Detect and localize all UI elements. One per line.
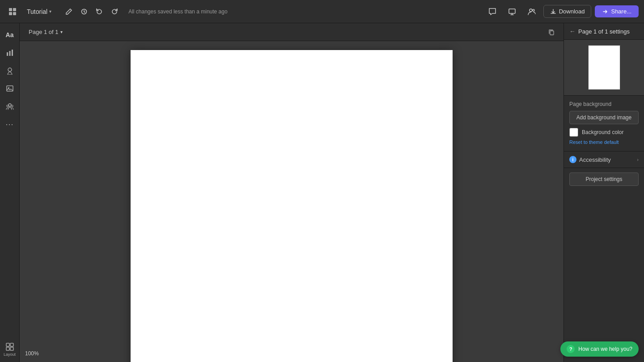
- canvas-area: Page 1 of 1 ▾ 100%: [20, 23, 564, 362]
- page-preview-container: [564, 40, 644, 96]
- svg-point-6: [530, 9, 532, 12]
- accessibility-row[interactable]: i Accessibility ›: [564, 152, 644, 168]
- zoom-indicator: 100%: [25, 350, 39, 357]
- svg-point-16: [11, 105, 13, 107]
- sidebar-bottom: Layout: [4, 342, 16, 358]
- svg-rect-17: [6, 343, 9, 346]
- svg-rect-3: [13, 12, 16, 15]
- layout-label: Layout: [4, 352, 16, 357]
- svg-rect-10: [12, 50, 13, 56]
- panel-back-button[interactable]: ←: [569, 28, 576, 35]
- add-background-image-button[interactable]: Add background image: [569, 111, 639, 124]
- background-color-row: Background color: [569, 128, 639, 137]
- page-toolbar: Page 1 of 1 ▾: [20, 23, 564, 41]
- accessibility-icon: i: [569, 156, 576, 163]
- svg-rect-0: [9, 8, 12, 11]
- sidebar-item-maps[interactable]: [2, 63, 18, 79]
- svg-point-11: [8, 68, 12, 72]
- topbar-right-actions: Download Share...: [484, 4, 639, 20]
- svg-point-13: [8, 87, 9, 88]
- svg-rect-9: [9, 51, 10, 56]
- page-label: Page 1 of 1: [29, 29, 59, 35]
- pen-tool-button[interactable]: [62, 5, 76, 18]
- sidebar-item-more[interactable]: ···: [2, 116, 18, 132]
- collaborate-button[interactable]: [524, 4, 540, 20]
- left-sidebar: Aa ··· Layout: [0, 23, 20, 362]
- svg-rect-5: [509, 9, 515, 13]
- help-button[interactable]: ? How can we help you?: [560, 341, 639, 357]
- background-color-swatch[interactable]: [569, 128, 578, 137]
- sidebar-item-charts[interactable]: [2, 45, 18, 61]
- project-name: Tutorial: [27, 8, 47, 15]
- svg-rect-12: [7, 86, 13, 91]
- page-canvas: [131, 50, 453, 362]
- sidebar-item-images[interactable]: [2, 80, 18, 97]
- project-settings-button[interactable]: Project settings: [569, 173, 639, 186]
- sidebar-item-text[interactable]: Aa: [2, 27, 18, 43]
- redo-button[interactable]: [108, 5, 121, 18]
- panel-title: Page 1 of 1 settings: [578, 28, 630, 35]
- svg-rect-19: [6, 347, 9, 350]
- add-bg-label: Add background image: [576, 114, 631, 121]
- zoom-level: 100%: [25, 350, 39, 357]
- copy-page-button[interactable]: [545, 25, 558, 39]
- sidebar-item-team[interactable]: [2, 98, 18, 114]
- history-button[interactable]: [77, 5, 91, 18]
- present-button[interactable]: [504, 4, 520, 20]
- svg-rect-8: [7, 52, 8, 56]
- help-label: How can we help you?: [578, 346, 632, 352]
- edit-tools: [62, 5, 121, 18]
- title-chevron: ▾: [49, 9, 51, 14]
- accessibility-left: i Accessibility: [569, 156, 611, 163]
- download-label: Download: [559, 8, 585, 15]
- app-logo: [5, 4, 20, 19]
- page-preview-thumbnail: [588, 45, 620, 90]
- autosave-status: All changes saved less than a minute ago: [128, 8, 227, 15]
- help-icon: ?: [567, 345, 575, 353]
- project-settings-label: Project settings: [585, 176, 622, 182]
- svg-point-15: [7, 105, 8, 107]
- accessibility-label: Accessibility: [579, 156, 611, 163]
- download-button[interactable]: Download: [543, 5, 592, 18]
- page-selector[interactable]: Page 1 of 1 ▾: [25, 27, 66, 37]
- comment-button[interactable]: [484, 4, 500, 20]
- share-button[interactable]: Share...: [595, 5, 639, 17]
- share-label: Share...: [611, 8, 631, 15]
- accessibility-chevron: ›: [637, 157, 639, 162]
- svg-point-14: [8, 104, 11, 106]
- reset-theme-link[interactable]: Reset to theme default: [569, 139, 619, 145]
- svg-rect-21: [550, 31, 554, 35]
- project-title[interactable]: Tutorial ▾: [23, 6, 55, 17]
- svg-rect-1: [13, 8, 16, 11]
- undo-button[interactable]: [93, 5, 106, 18]
- svg-rect-2: [9, 12, 12, 15]
- svg-rect-18: [10, 343, 13, 346]
- svg-point-7: [533, 9, 534, 11]
- canvas-container[interactable]: [20, 41, 564, 362]
- background-section-label: Page background: [569, 101, 639, 107]
- page-toolbar-right: [545, 25, 558, 39]
- page-background-section: Page background Add background image Bac…: [564, 96, 644, 152]
- svg-rect-20: [10, 347, 13, 350]
- right-panel: ← Page 1 of 1 settings Page background A…: [564, 23, 644, 362]
- layout-button[interactable]: Layout: [4, 342, 16, 357]
- background-color-label: Background color: [582, 129, 623, 135]
- topbar: Tutorial ▾ All changes saved less than a…: [0, 0, 644, 23]
- main-layout: Aa ··· Layout Page 1 of 1 ▾: [0, 23, 644, 362]
- page-chevron: ▾: [60, 29, 63, 34]
- panel-header: ← Page 1 of 1 settings: [564, 23, 644, 40]
